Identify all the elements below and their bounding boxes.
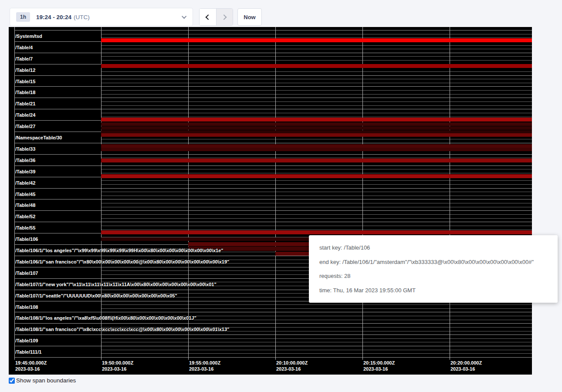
now-button[interactable]: Now [237, 8, 262, 26]
time-gridline [362, 27, 363, 360]
span-boundary-line [101, 169, 532, 169]
row-boundary-line [14, 346, 532, 346]
span-boundary-line [101, 338, 532, 339]
x-axis-time-label: 20:10:00.000Z [276, 360, 308, 365]
x-axis-time-label: 19:55:00.000Z [189, 360, 220, 365]
next-time-button[interactable] [216, 9, 233, 25]
span-boundary-line [101, 49, 532, 49]
row-boundary-line [14, 154, 532, 155]
span-boundary-line [101, 71, 532, 72]
heat-band [101, 64, 532, 68]
span-boundary-line [101, 196, 532, 196]
span-boundary-line [101, 37, 532, 38]
span-boundary-line [101, 56, 532, 57]
span-boundary-line [101, 214, 532, 215]
hover-tooltip: start key: /Table/106end key: /Table/106… [309, 235, 558, 303]
span-boundary-line [101, 158, 532, 158]
x-axis-time-label: 20:20:00.000Z [450, 360, 482, 365]
chevron-left-icon [206, 14, 211, 20]
row-boundary-line [14, 98, 532, 98]
row-boundary-line [14, 143, 532, 143]
span-boundary-line [101, 60, 532, 61]
span-boundary-line [101, 308, 532, 309]
tooltip-line: requests: 28 [319, 273, 547, 279]
row-label: /Table/24 [15, 112, 35, 118]
heat-band [101, 130, 532, 133]
span-boundary-line [101, 184, 532, 185]
span-boundary-line [101, 316, 532, 316]
time-gridline [450, 27, 450, 360]
span-boundary-line [101, 79, 532, 79]
heat-band [101, 144, 532, 148]
prev-time-button[interactable] [200, 9, 216, 25]
heat-band [101, 148, 532, 151]
span-boundary-line [101, 94, 532, 95]
row-label: /Table/109 [15, 338, 38, 343]
row-label: /Table/55 [15, 225, 35, 230]
row-boundary-line [14, 53, 532, 53]
x-axis-time-label: 20:15:00.000Z [363, 360, 395, 365]
tooltip-line: start key: /Table/106 [319, 244, 547, 251]
row-label: /Table/42 [15, 180, 35, 186]
row-label: /Table/39 [15, 169, 35, 174]
row-boundary-line [14, 210, 532, 211]
row-label: /Table/4 [15, 45, 33, 50]
x-axis-time-label: 19:45:00.000Z [15, 360, 47, 365]
x-axis-date-label: 2023-03-16 [15, 366, 40, 372]
row-boundary-line [14, 30, 532, 30]
span-boundary-line [101, 192, 532, 192]
span-boundary-line [101, 101, 532, 102]
time-window-badge: 1h [16, 12, 30, 22]
row-label: /Table/107 [15, 270, 38, 276]
x-axis-date-label: 2023-03-16 [363, 366, 388, 372]
row-boundary-line [14, 312, 532, 312]
span-boundary-line [101, 353, 532, 354]
row-boundary-line [14, 75, 532, 76]
row-boundary-line [14, 357, 532, 358]
x-axis-date-label: 2023-03-16 [276, 366, 301, 372]
heat-band [101, 38, 532, 42]
heat-band [101, 230, 532, 234]
row-label: /Table/7 [15, 56, 33, 61]
time-gridline [14, 27, 15, 360]
span-boundary-line [101, 218, 532, 219]
span-boundary-line [101, 203, 532, 203]
key-visualizer-canvas[interactable]: /System/tsd/Table/4/Table/7/Table/12/Tab… [9, 27, 532, 375]
row-boundary-line [14, 199, 532, 199]
chevron-right-icon [221, 14, 227, 20]
row-label: /Table/27 [15, 124, 35, 129]
time-gridline [188, 27, 189, 360]
show-span-boundaries-checkbox[interactable] [9, 378, 15, 384]
row-boundary-line [14, 323, 532, 324]
span-boundary-line [101, 304, 532, 305]
footer: Show span boundaries [9, 377, 76, 384]
span-boundary-line [101, 34, 532, 34]
time-window-range: 19:24 - 20:24 [36, 14, 71, 20]
span-boundary-line [101, 45, 532, 46]
span-boundary-line [101, 207, 532, 207]
row-boundary-line [14, 222, 532, 222]
row-label: /NamespaceTable/30 [15, 135, 62, 140]
row-label: /Table/45 [15, 192, 35, 197]
span-boundary-line [101, 327, 532, 328]
row-boundary-line [14, 188, 532, 189]
row-label: /Table/36 [15, 158, 35, 163]
row-label: /Table/21 [15, 101, 35, 106]
row-label: /Table/111/1 [15, 349, 41, 355]
heat-band [101, 174, 532, 178]
time-nav-group [199, 8, 233, 26]
time-window-select[interactable]: 1h 19:24 - 20:24 (UTC) [10, 8, 193, 26]
heat-band [101, 118, 532, 122]
span-boundary-line [101, 180, 532, 181]
span-boundary-line [101, 83, 532, 83]
time-gridline [275, 27, 276, 360]
time-gridline [101, 27, 102, 360]
tooltip-line: time: Thu, 16 Mar 2023 19:55:00 GMT [319, 287, 547, 294]
time-window-zone: (UTC) [74, 14, 90, 20]
x-axis-date-label: 2023-03-16 [450, 366, 475, 372]
span-boundary-line [101, 139, 532, 139]
row-label: /Table/18 [15, 90, 35, 95]
span-boundary-line [101, 331, 532, 331]
row-label: /Table/15 [15, 79, 35, 84]
heat-band [101, 126, 532, 130]
